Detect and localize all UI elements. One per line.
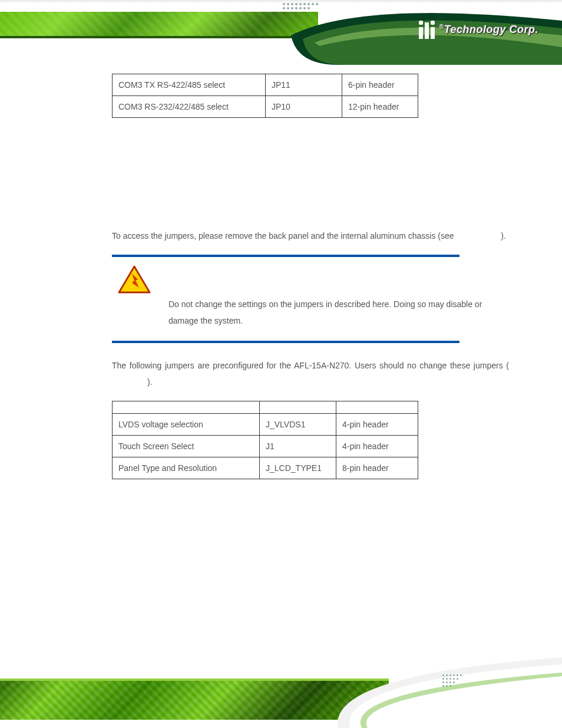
iei-logo-icon [419, 21, 435, 39]
table-row: Touch Screen Select J1 4-pin header [113, 436, 418, 457]
jumper-table-2: LVDS voltage selection J_VLVDS1 4-pin he… [112, 401, 418, 479]
cell-type: 6-pin header [342, 74, 418, 96]
cell-desc: COM3 TX RS-422/485 select [113, 74, 266, 96]
page-content: COM3 TX RS-422/485 select JP11 6-pin hea… [0, 65, 562, 492]
brand-text: ®Technology Corp. [439, 24, 538, 36]
header-banner: ®Technology Corp. [0, 0, 562, 65]
warning-text: Do not change the settings on the jumper… [168, 269, 497, 329]
sub-heading [112, 145, 509, 157]
table-row: COM3 TX RS-422/485 select JP11 6-pin hea… [113, 74, 418, 96]
warning-icon [118, 265, 151, 295]
para-text: The following jumpers are preconfigured … [112, 361, 509, 370]
header-cell [113, 401, 260, 414]
cell-label: J1 [260, 436, 336, 457]
cell-type: 8-pin header [336, 457, 418, 479]
cell-label: JP11 [266, 74, 342, 96]
jumper-table-1: COM3 TX RS-422/485 select JP11 6-pin hea… [112, 74, 418, 118]
cell-label: J_LCD_TYPE1 [260, 457, 336, 479]
cell-type: 4-pin header [336, 414, 418, 436]
cell-desc: Panel Type and Resolution [113, 457, 260, 479]
header-cell [260, 401, 336, 414]
table-2-caption [114, 484, 509, 492]
para-text: ). [501, 231, 506, 241]
cell-desc: COM3 RS-232/422/485 select [113, 96, 266, 118]
cell-type: 12-pin header [342, 96, 418, 118]
preconfig-paragraph: The following jumpers are preconfigured … [112, 357, 509, 390]
footer-banner [0, 640, 562, 728]
table-row: Panel Type and Resolution J_LCD_TYPE1 8-… [113, 457, 418, 479]
page-number-area [432, 683, 527, 704]
access-paragraph: To access the jumpers, please remove the… [112, 228, 509, 244]
cell-type: 4-pin header [336, 436, 418, 457]
header-cell [336, 401, 418, 414]
warning-box: Do not change the settings on the jumper… [112, 255, 503, 343]
warning-rule-bottom [112, 341, 459, 343]
cell-label: JP10 [266, 96, 342, 118]
cell-label: J_VLVDS1 [260, 414, 336, 436]
para-text: ). [147, 377, 153, 387]
brand-logo-block: ®Technology Corp. [419, 21, 538, 39]
cell-desc: Touch Screen Select [113, 436, 260, 457]
table-1-caption [114, 123, 509, 131]
header-green-strip [0, 12, 318, 38]
table-row: LVDS voltage selection J_VLVDS1 4-pin he… [113, 414, 418, 436]
para-text: To access the jumpers, please remove the… [112, 231, 456, 241]
table-row: COM3 RS-232/422/485 select JP10 12-pin h… [113, 96, 418, 118]
cell-desc: LVDS voltage selection [113, 414, 260, 436]
table-header-row [113, 401, 418, 414]
